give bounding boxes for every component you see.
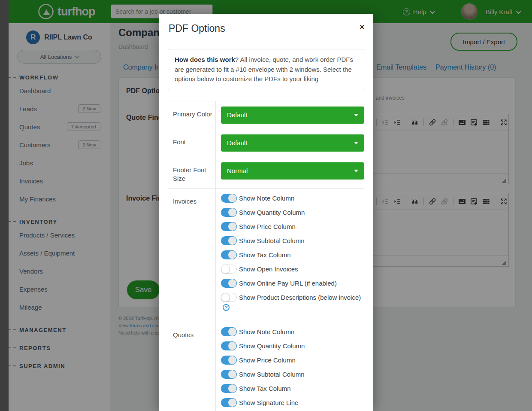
toggle-row: Show Subtotal Column <box>221 370 364 379</box>
modal-title: PDF Options <box>169 23 225 34</box>
toggle-label: Show Quantity Column <box>239 209 305 216</box>
select-footer-font-size[interactable]: Normal <box>221 162 364 180</box>
option-row: Quotes Show Note Column Show Quantity Co… <box>168 322 364 411</box>
toggle-knob <box>228 250 237 259</box>
select-primary-color[interactable]: Default <box>221 107 364 124</box>
option-label: Footer Font Size <box>168 157 216 189</box>
option-row: Primary Color Default <box>168 101 364 129</box>
toggle-invoices-show-note-column[interactable] <box>221 194 237 203</box>
option-label: Invoices <box>168 189 216 322</box>
modal-body: How does this work? All invoice, quote, … <box>159 42 373 411</box>
toggle-quotes-show-subtotal-column[interactable] <box>221 370 237 379</box>
toggle-label: Show Subtotal Column <box>239 371 305 378</box>
toggle-knob <box>228 194 237 203</box>
toggle-knob <box>228 398 237 407</box>
toggle-knob <box>228 236 237 245</box>
toggle-quotes-show-tax-column[interactable] <box>221 384 237 393</box>
toggle-row: Show Open Invoices <box>221 265 364 274</box>
toggle-label: Show Price Column <box>239 356 296 364</box>
toggle-row: Show Note Column <box>221 194 364 203</box>
option-label: Primary Color <box>168 101 216 129</box>
toggle-invoices-show-subtotal-column[interactable] <box>221 236 237 245</box>
pdf-options-modal: PDF Options × How does this work? All in… <box>159 14 373 411</box>
toggle-row: Show Quantity Column <box>221 208 364 217</box>
options-table: Primary Color Default Font Default Foote… <box>168 101 364 411</box>
toggle-label: Show Open Invoices <box>239 265 298 273</box>
toggle-label: Show Quantity Column <box>239 342 305 350</box>
toggle-label: Show Product Descriptions (below invoice… <box>239 294 361 301</box>
select-value: Normal <box>227 167 248 174</box>
toggle-invoices-show-open-invoices[interactable] <box>221 265 237 274</box>
toggle-label: Show Tax Column <box>239 251 291 259</box>
toggle-quotes-show-note-column[interactable] <box>221 327 237 336</box>
toggle-row: Show Note Column <box>221 327 364 337</box>
toggle-label: Show Tax Column <box>239 385 291 392</box>
toggle-invoices-show-price-column[interactable] <box>221 222 237 231</box>
toggle-invoices-show-quantity-column[interactable] <box>221 208 237 217</box>
toggle-knob <box>228 384 237 393</box>
help-circle-icon[interactable]: ? <box>223 304 230 311</box>
toggle-knob <box>228 370 237 379</box>
caret-down-icon <box>354 170 358 172</box>
toggle-label: Show Note Column <box>239 328 294 335</box>
caret-down-icon <box>354 142 358 144</box>
toggle-row: Show Tax Column <box>221 384 364 393</box>
toggle-row: Show Tax Column <box>221 250 364 260</box>
option-row: Invoices Show Note Column Show Quantity … <box>168 188 364 322</box>
option-label: Font <box>168 129 216 157</box>
toggle-knob <box>228 208 237 217</box>
toggle-row: Show Product Descriptions (below invoice… <box>221 293 364 312</box>
option-label: Quotes <box>168 322 216 411</box>
toggle-invoices-show-product-descriptions-below-invoice[interactable] <box>221 293 237 302</box>
toggle-label: Show Price Column <box>239 223 296 230</box>
close-icon[interactable]: × <box>360 23 364 31</box>
select-value: Default <box>227 111 248 119</box>
toggle-label: Show Note Column <box>239 195 294 202</box>
toggle-invoices-show-tax-column[interactable] <box>221 250 237 259</box>
option-row: Font Default <box>168 129 364 157</box>
toggle-row: Show Signature Line <box>221 398 364 408</box>
toggle-quotes-show-quantity-column[interactable] <box>221 341 237 350</box>
toggle-knob <box>228 327 237 336</box>
toggle-knob <box>221 265 230 274</box>
toggle-knob <box>228 341 237 350</box>
toggle-row: Show Price Column <box>221 356 364 365</box>
toggle-quotes-show-price-column[interactable] <box>221 356 237 365</box>
select-font[interactable]: Default <box>221 134 364 152</box>
toggle-row: Show Subtotal Column <box>221 236 364 246</box>
toggle-knob <box>228 222 237 231</box>
toggle-label: Show Online Pay URL (if enabled) <box>239 280 337 287</box>
toggle-knob <box>228 279 237 288</box>
caret-down-icon <box>354 114 358 116</box>
toggle-label: Show Signature Line <box>239 399 298 406</box>
select-value: Default <box>227 139 248 146</box>
modal-intro: How does this work? All invoice, quote, … <box>168 49 364 90</box>
modal-header: PDF Options × <box>159 14 373 42</box>
toggle-row: Show Quantity Column <box>221 341 364 351</box>
toggle-row: Show Online Pay URL (if enabled) <box>221 279 364 288</box>
toggle-row: Show Price Column <box>221 222 364 231</box>
toggle-knob <box>221 293 230 302</box>
toggle-label: Show Subtotal Column <box>239 237 305 244</box>
option-row: Footer Font Size Normal <box>168 157 364 189</box>
toggle-quotes-show-signature-line[interactable] <box>221 398 237 407</box>
toggle-knob <box>228 356 237 365</box>
toggle-invoices-show-online-pay-url-if-enabled[interactable] <box>221 279 237 288</box>
